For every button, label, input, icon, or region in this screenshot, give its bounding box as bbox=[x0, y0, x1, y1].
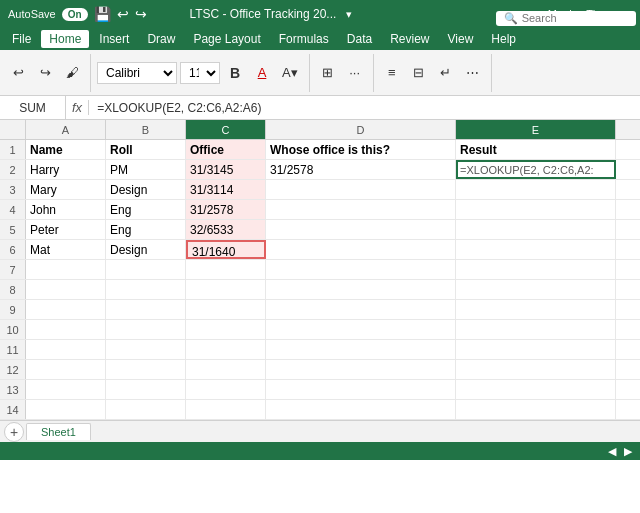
cell-a4[interactable]: John bbox=[26, 200, 106, 219]
cell-b1[interactable]: Roll bbox=[106, 140, 186, 159]
cell-e1[interactable]: Result bbox=[456, 140, 616, 159]
cell-d1[interactable]: Whose office is this? bbox=[266, 140, 456, 159]
cell-d8[interactable] bbox=[266, 280, 456, 299]
cell-f8[interactable] bbox=[616, 280, 640, 299]
scroll-right-icon[interactable]: ▶ bbox=[624, 445, 632, 458]
cell-a2[interactable]: Harry bbox=[26, 160, 106, 179]
cell-a12[interactable] bbox=[26, 360, 106, 379]
cell-c9[interactable] bbox=[186, 300, 266, 319]
save-icon[interactable]: 💾 bbox=[94, 6, 111, 22]
cell-b2[interactable]: PM bbox=[106, 160, 186, 179]
col-header-a[interactable]: A bbox=[26, 120, 106, 139]
cell-b11[interactable] bbox=[106, 340, 186, 359]
font-size-select[interactable]: 11 bbox=[180, 62, 220, 84]
col-header-d[interactable]: D bbox=[266, 120, 456, 139]
cell-f3[interactable] bbox=[616, 180, 640, 199]
add-sheet-button[interactable]: + bbox=[4, 422, 24, 442]
format-painter-button[interactable]: 🖌 bbox=[60, 59, 84, 87]
cell-a8[interactable] bbox=[26, 280, 106, 299]
menu-insert[interactable]: Insert bbox=[91, 30, 137, 48]
cell-f9[interactable] bbox=[616, 300, 640, 319]
cell-d11[interactable] bbox=[266, 340, 456, 359]
cell-e11[interactable] bbox=[456, 340, 616, 359]
cell-b5[interactable]: Eng bbox=[106, 220, 186, 239]
scroll-left-icon[interactable]: ◀ bbox=[608, 445, 616, 458]
cell-b3[interactable]: Design bbox=[106, 180, 186, 199]
cell-b6[interactable]: Design bbox=[106, 240, 186, 259]
cell-f11[interactable] bbox=[616, 340, 640, 359]
cell-c14[interactable] bbox=[186, 400, 266, 419]
more2-button[interactable]: ⋯ bbox=[461, 59, 485, 87]
cell-b12[interactable] bbox=[106, 360, 186, 379]
cell-c4[interactable]: 31/2578 bbox=[186, 200, 266, 219]
col-header-b[interactable]: B bbox=[106, 120, 186, 139]
cell-a6[interactable]: Mat bbox=[26, 240, 106, 259]
menu-data[interactable]: Data bbox=[339, 30, 380, 48]
autosave-toggle[interactable]: On bbox=[62, 8, 88, 21]
cell-f5[interactable] bbox=[616, 220, 640, 239]
cell-d13[interactable] bbox=[266, 380, 456, 399]
search-bar[interactable]: 🔍 bbox=[496, 11, 636, 26]
cell-f13[interactable] bbox=[616, 380, 640, 399]
cell-c12[interactable] bbox=[186, 360, 266, 379]
search-input[interactable] bbox=[522, 12, 602, 24]
redo-icon[interactable]: ↪ bbox=[135, 6, 147, 22]
cell-c7[interactable] bbox=[186, 260, 266, 279]
cell-b4[interactable]: Eng bbox=[106, 200, 186, 219]
menu-file[interactable]: File bbox=[4, 30, 39, 48]
cell-d5[interactable] bbox=[266, 220, 456, 239]
cell-e10[interactable] bbox=[456, 320, 616, 339]
cell-a1[interactable]: Name bbox=[26, 140, 106, 159]
formula-content[interactable]: =XLOOKUP(E2, C2:C6,A2:A6) bbox=[89, 101, 269, 115]
cell-e2[interactable]: =XLOOKUP(E2, C2:C6,A2: bbox=[456, 160, 616, 179]
cell-e7[interactable] bbox=[456, 260, 616, 279]
cell-b13[interactable] bbox=[106, 380, 186, 399]
redo-button[interactable]: ↪ bbox=[33, 59, 57, 87]
menu-formulas[interactable]: Formulas bbox=[271, 30, 337, 48]
cell-a13[interactable] bbox=[26, 380, 106, 399]
bold-button[interactable]: B bbox=[223, 59, 247, 87]
cell-a11[interactable] bbox=[26, 340, 106, 359]
cell-c13[interactable] bbox=[186, 380, 266, 399]
cell-b7[interactable] bbox=[106, 260, 186, 279]
col-header-f[interactable]: F bbox=[616, 120, 640, 139]
cell-f6[interactable] bbox=[616, 240, 640, 259]
more-button[interactable]: ··· bbox=[343, 59, 367, 87]
cell-e4[interactable] bbox=[456, 200, 616, 219]
cell-c1[interactable]: Office bbox=[186, 140, 266, 159]
cell-f7[interactable] bbox=[616, 260, 640, 279]
borders-button[interactable]: ⊞ bbox=[316, 59, 340, 87]
cell-e13[interactable] bbox=[456, 380, 616, 399]
font-select[interactable]: Calibri bbox=[97, 62, 177, 84]
col-header-e[interactable]: E bbox=[456, 120, 616, 139]
name-box[interactable]: SUM bbox=[0, 96, 66, 119]
fill-color-button[interactable]: A▾ bbox=[277, 59, 303, 87]
menu-view[interactable]: View bbox=[440, 30, 482, 48]
cell-e6[interactable] bbox=[456, 240, 616, 259]
cell-e5[interactable] bbox=[456, 220, 616, 239]
cell-b14[interactable] bbox=[106, 400, 186, 419]
col-header-c[interactable]: C bbox=[186, 120, 266, 139]
cell-d12[interactable] bbox=[266, 360, 456, 379]
cell-c2[interactable]: 31/3145 bbox=[186, 160, 266, 179]
cell-d14[interactable] bbox=[266, 400, 456, 419]
cell-b10[interactable] bbox=[106, 320, 186, 339]
cell-d2[interactable]: 31/2578 bbox=[266, 160, 456, 179]
cell-f12[interactable] bbox=[616, 360, 640, 379]
cell-c8[interactable] bbox=[186, 280, 266, 299]
cell-c11[interactable] bbox=[186, 340, 266, 359]
cell-a7[interactable] bbox=[26, 260, 106, 279]
cell-b8[interactable] bbox=[106, 280, 186, 299]
cell-d4[interactable] bbox=[266, 200, 456, 219]
cell-c6[interactable]: 31/1640 bbox=[186, 240, 266, 259]
cell-e8[interactable] bbox=[456, 280, 616, 299]
cell-c10[interactable] bbox=[186, 320, 266, 339]
cell-b9[interactable] bbox=[106, 300, 186, 319]
menu-help[interactable]: Help bbox=[483, 30, 524, 48]
cell-e9[interactable] bbox=[456, 300, 616, 319]
cell-a9[interactable] bbox=[26, 300, 106, 319]
merge-button[interactable]: ⊟ bbox=[407, 59, 431, 87]
undo-icon[interactable]: ↩ bbox=[117, 6, 129, 22]
cell-c3[interactable]: 31/3114 bbox=[186, 180, 266, 199]
cell-d10[interactable] bbox=[266, 320, 456, 339]
